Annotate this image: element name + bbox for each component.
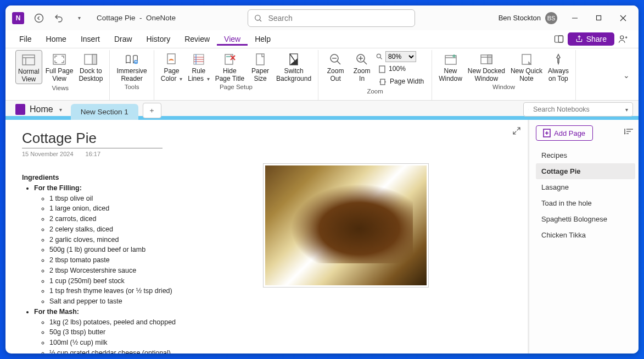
collab-button[interactable] — [614, 31, 632, 47]
undo-button[interactable] — [51, 10, 67, 26]
menu-history[interactable]: History — [139, 32, 178, 46]
window-controls — [563, 5, 635, 30]
app-icon: N — [12, 12, 24, 24]
maximize-button[interactable] — [587, 5, 611, 30]
zoom-out-button[interactable]: ZoomOut — [323, 50, 348, 83]
page-list-panel: Add Page RecipesCottage PieLasagneToad i… — [529, 120, 639, 354]
add-page-button[interactable]: Add Page — [536, 125, 593, 141]
svg-line-30 — [363, 61, 367, 64]
svg-rect-4 — [555, 36, 563, 42]
section-tab[interactable]: New Section 1 — [71, 104, 138, 120]
menu-insert[interactable]: Insert — [74, 32, 107, 46]
full-page-view-button[interactable]: Full PageView — [43, 50, 76, 83]
menu-draw[interactable]: Draw — [107, 32, 139, 46]
switch-background-button[interactable]: SwitchBackground — [274, 50, 313, 83]
page-title[interactable]: Cottage Pie — [22, 130, 163, 148]
avatar: BS — [545, 12, 557, 24]
svg-point-1 — [255, 15, 260, 20]
open-pane-button[interactable] — [550, 31, 568, 47]
svg-rect-5 — [558, 36, 563, 42]
hide-page-title-button[interactable]: HidePage Title — [213, 50, 247, 83]
page-color-button[interactable]: PageColor ▾ — [159, 50, 184, 83]
search-icon — [528, 106, 529, 113]
rule-lines-button[interactable]: RuleLines ▾ — [186, 50, 211, 83]
page-width-button[interactable]: Page Width — [376, 76, 427, 87]
zoom-value-select[interactable]: 80% — [376, 51, 427, 62]
page-canvas[interactable]: Cottage Pie 15 November 2024 16:17 Ingre… — [5, 120, 529, 354]
ingredients-heading: Ingredients — [22, 174, 59, 181]
mash-heading: For the Mash: — [34, 308, 79, 316]
always-on-top-button[interactable]: Alwayson Top — [546, 50, 571, 83]
normal-view-button[interactable]: NormalView — [15, 50, 42, 84]
dock-to-desktop-button[interactable]: Dock toDesktop — [76, 50, 105, 83]
page-list-item[interactable]: Recipes — [536, 147, 635, 163]
share-button[interactable]: Share — [568, 32, 614, 46]
page-list-item[interactable]: Cottage Pie — [536, 163, 635, 179]
svg-point-31 — [377, 54, 380, 58]
page-meta: 15 November 2024 16:17 — [22, 151, 511, 157]
ingredient-item: ½ cup grated cheddar cheese (optional) — [49, 348, 511, 354]
add-page-icon — [543, 129, 551, 137]
back-button[interactable] — [31, 10, 47, 26]
zoom-in-button[interactable]: ZoomIn — [349, 50, 374, 83]
add-section-button[interactable]: ＋ — [143, 103, 161, 118]
zoom-icon — [376, 53, 383, 60]
share-icon — [575, 35, 583, 43]
sort-pages-button[interactable] — [624, 128, 633, 135]
notebook-icon — [15, 104, 25, 115]
svg-rect-38 — [488, 55, 492, 64]
menu-file[interactable]: File — [12, 32, 39, 46]
svg-rect-12 — [92, 54, 97, 64]
page-time: 16:17 — [86, 151, 101, 157]
svg-line-32 — [380, 58, 382, 59]
ribbon-group-page-setup: PageColor ▾ RuleLines ▾ HidePage Title P… — [154, 50, 318, 100]
ingredient-item: 1 tsp fresh thyme leaves (or ½ tsp dried… — [49, 286, 511, 296]
qat-customize-button[interactable]: ▾ — [70, 10, 87, 26]
close-button[interactable] — [611, 5, 635, 30]
new-window-button[interactable]: NewWindow — [436, 50, 464, 83]
ingredient-item: 1kg (2 lbs) potatoes, peeled and chopped — [49, 317, 511, 328]
ingredient-item: 100ml (½ cup) milk — [49, 338, 511, 348]
menu-help[interactable]: Help — [248, 32, 278, 46]
paper-size-button[interactable]: PaperSize — [248, 50, 273, 83]
ribbon-label-page-setup: Page Setup — [220, 84, 253, 90]
new-quick-note-button[interactable]: New QuickNote — [508, 50, 545, 83]
notebook-search[interactable]: ▾ — [523, 102, 633, 117]
page-date: 15 November 2024 — [22, 151, 74, 157]
svg-point-0 — [35, 14, 43, 22]
ribbon: NormalView Full PageView Dock toDesktop … — [5, 48, 639, 101]
page-list: RecipesCottage PieLasagneToad in the hol… — [536, 147, 635, 243]
svg-point-41 — [528, 109, 529, 110]
recipe-image[interactable] — [264, 164, 428, 287]
menu-view[interactable]: View — [217, 32, 248, 46]
search-icon — [254, 14, 262, 23]
svg-line-26 — [337, 61, 340, 64]
page-list-item[interactable]: Chicken Tikka — [536, 227, 635, 243]
notebook-picker[interactable]: Home ▾ — [10, 102, 68, 117]
minimize-button[interactable] — [563, 5, 587, 30]
svg-rect-34 — [380, 79, 385, 85]
ribbon-collapse-button[interactable]: ⌄ — [620, 68, 633, 83]
svg-rect-35 — [445, 56, 456, 64]
menu-review[interactable]: Review — [177, 32, 217, 46]
search-box[interactable] — [248, 9, 415, 27]
ribbon-group-views: NormalView Full PageView Dock toDesktop … — [11, 50, 110, 100]
account-area[interactable]: Ben Stockton BS — [499, 12, 557, 24]
notebook-search-input[interactable] — [533, 106, 619, 113]
search-input[interactable] — [268, 14, 409, 23]
page-icon — [379, 65, 385, 73]
new-docked-window-button[interactable]: New DockedWindow — [466, 50, 507, 83]
menu-home[interactable]: Home — [39, 32, 74, 46]
page-list-item[interactable]: Spaghetti Bolognese — [536, 211, 635, 227]
page-list-item[interactable]: Toad in the hole — [536, 195, 635, 211]
body: Cottage Pie 15 November 2024 16:17 Ingre… — [5, 120, 639, 354]
svg-point-13 — [134, 60, 138, 64]
immersive-reader-button[interactable]: ImmersiveReader — [114, 50, 149, 83]
ribbon-label-views: Views — [52, 85, 68, 91]
expand-button[interactable] — [512, 126, 521, 135]
ingredient-item: Salt and pepper to taste — [49, 296, 511, 307]
title-bar: N ▾ Cottage Pie - OneNote Ben Stockton B… — [5, 5, 639, 30]
zoom-100-button[interactable]: 100% — [376, 64, 427, 75]
svg-rect-14 — [167, 54, 175, 64]
page-list-item[interactable]: Lasagne — [536, 179, 635, 195]
